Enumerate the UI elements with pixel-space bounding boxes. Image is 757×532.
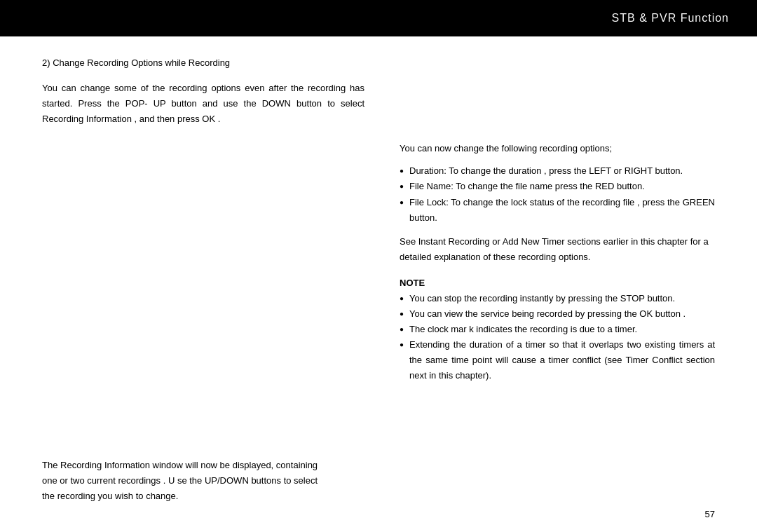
header-title: STB & PVR Function: [612, 12, 729, 25]
right-intro: You can now change the following recordi…: [400, 141, 715, 156]
note-list: You can stop the recording instantly by …: [400, 291, 715, 384]
note-item-2: You can view the service being recorded …: [400, 306, 715, 322]
left-line2: one or two current recordings . U se the…: [42, 475, 318, 486]
note-item-1: You can stop the recording instantly by …: [400, 291, 715, 306]
bullet-filelock: File Lock: To change the lock status of …: [400, 195, 715, 226]
see-text: See Instant Recording or Add New Timer s…: [400, 234, 715, 265]
page-content: 2) Change Recording Options while Record…: [0, 36, 757, 532]
bullet-duration: Duration: To change the duration , press…: [400, 163, 715, 179]
intro-paragraph: You can change some of the recording opt…: [42, 81, 364, 127]
left-line3: the recording you wish to change.: [42, 491, 178, 501]
options-bullet-list: Duration: To change the duration , press…: [400, 163, 715, 225]
bullet-filename: File Name: To change the file name press…: [400, 179, 715, 194]
left-line1: The Recording Information window will no…: [42, 460, 318, 470]
page-header: STB & PVR Function: [0, 0, 757, 36]
note-item-3: The clock mar k indicates the recording …: [400, 322, 715, 337]
note-label: NOTE: [400, 278, 715, 288]
section-title: 2) Change Recording Options while Record…: [42, 57, 715, 68]
main-columns: The Recording Information window will no…: [42, 141, 715, 511]
page-number: 57: [705, 509, 715, 519]
note-item-4: Extending the duration of a timer so tha…: [400, 337, 715, 383]
right-column: You can now change the following recordi…: [378, 141, 715, 511]
note-section: NOTE You can stop the recording instantl…: [400, 278, 715, 384]
left-bottom-text: The Recording Information window will no…: [42, 458, 378, 504]
left-column: The Recording Information window will no…: [42, 141, 378, 511]
